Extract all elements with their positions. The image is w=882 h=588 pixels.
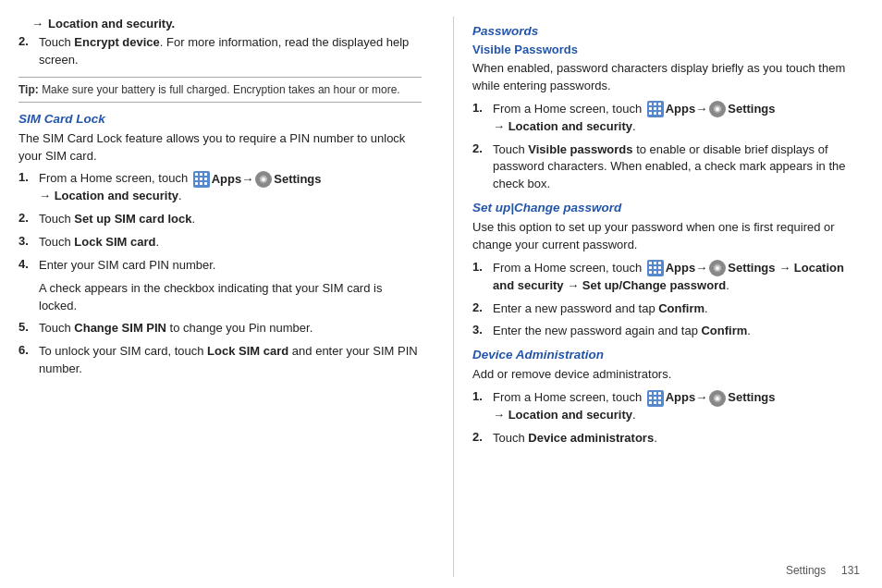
- sim-step-2: 2. Touch Set up SIM card lock.: [18, 211, 422, 228]
- encrypt-step: 2. Touch Encrypt device. For more inform…: [18, 34, 422, 69]
- device-admin-steps-list: 1. From a Home screen, touch Apps →: [472, 389, 864, 447]
- footer-page: 131: [841, 564, 860, 577]
- left-column: → Location and security. 2. Touch Encryp…: [18, 17, 444, 577]
- column-divider: [453, 17, 454, 577]
- page: → Location and security. 2. Touch Encryp…: [0, 0, 882, 588]
- device-admin-step-2: 2. Touch Device administrators.: [472, 430, 864, 447]
- apps-icon: [647, 101, 664, 117]
- device-admin-title: Device Administration: [472, 348, 864, 361]
- sim-step-3: 3. Touch Lock SIM card.: [18, 234, 422, 251]
- apps-icon-group: Apps → Settings: [191, 171, 322, 189]
- sim-steps-list: 1. From a Home screen, touch Apps →: [18, 170, 422, 378]
- right-column: Passwords Visible Passwords When enabled…: [463, 17, 864, 577]
- apps-icon-group: Apps → Settings: [645, 101, 776, 118]
- sim-card-lock-title: SIM Card Lock: [18, 112, 422, 126]
- settings-icon: [709, 390, 726, 407]
- step-text: Enter a new password and tap Confirm.: [493, 300, 708, 318]
- apps-icon-group: Apps → Settings: [645, 389, 776, 407]
- device-admin-step-1: 1. From a Home screen, touch Apps →: [472, 389, 864, 424]
- settings-icon: [709, 260, 726, 276]
- settings-icon: [709, 101, 726, 117]
- step-text: From a Home screen, touch Apps →: [493, 101, 776, 136]
- visible-step-1: 1. From a Home screen, touch Apps →: [472, 101, 864, 136]
- visible-step-2: 2. Touch Visible passwords to enable or …: [472, 141, 864, 194]
- step-text: Enter the new password again and tap Con…: [493, 323, 751, 340]
- tip-box: Tip: Make sure your battery is full char…: [18, 77, 422, 103]
- step-num: 2.: [18, 211, 39, 225]
- setup-steps-list: 1. From a Home screen, touch Apps →: [472, 260, 864, 341]
- setup-step-3: 3. Enter the new password again and tap …: [472, 323, 864, 340]
- step-num: 1.: [472, 389, 493, 403]
- step-text: Touch Set up SIM card lock.: [39, 211, 195, 228]
- step-text: From a Home screen, touch Apps →: [493, 389, 776, 424]
- step-num: 4.: [18, 257, 39, 271]
- gear-svg: [258, 174, 269, 185]
- setup-step-2: 2. Enter a new password and tap Confirm.: [472, 300, 864, 318]
- step-text: Touch Lock SIM card.: [39, 234, 159, 251]
- apps-label: Apps: [212, 171, 242, 189]
- passwords-title: Passwords: [472, 24, 864, 38]
- step-num: 5.: [18, 320, 39, 334]
- arrow-location-security: → Location and security.: [18, 17, 422, 31]
- tip-label: Tip:: [18, 83, 39, 96]
- sim-note: A check appears in the checkbox indicati…: [18, 280, 422, 315]
- setup-password-title: Set up|Change password: [472, 201, 864, 214]
- sim-step-6: 6. To unlock your SIM card, touch Lock S…: [18, 343, 422, 378]
- location-security-text: Location and security.: [48, 17, 175, 31]
- step-text: Enter your SIM card PIN number.: [39, 257, 215, 275]
- step-num: 1.: [472, 260, 493, 274]
- visible-passwords-subtitle: Visible Passwords: [472, 43, 864, 56]
- step-num: 2.: [18, 34, 39, 48]
- footer-label: Settings: [786, 564, 826, 577]
- step-num: 6.: [18, 343, 39, 357]
- step-num: 2.: [472, 300, 493, 314]
- sim-step-4: 4. Enter your SIM card PIN number.: [18, 257, 422, 275]
- visible-body: When enabled, password characters displa…: [472, 60, 864, 95]
- step-num: 2.: [472, 430, 493, 444]
- step-text: From a Home screen, touch Apps →: [493, 260, 864, 295]
- tip-text: Make sure your battery is full charged. …: [42, 83, 400, 96]
- step-text: Touch Encrypt device. For more informati…: [39, 34, 422, 69]
- sim-step-5: 5. Touch Change SIM PIN to change you Pi…: [18, 320, 422, 337]
- step-text: Touch Change SIM PIN to change you Pin n…: [39, 320, 312, 337]
- step-num: 1.: [18, 170, 39, 184]
- step-num: 3.: [472, 323, 493, 337]
- sim-card-lock-body: The SIM Card Lock feature allows you to …: [18, 130, 422, 165]
- setup-body: Use this option to set up your password …: [472, 219, 864, 254]
- step-text: A check appears in the checkbox indicati…: [39, 280, 422, 315]
- step-num: 1.: [472, 101, 493, 115]
- settings-label: Settings: [274, 171, 321, 189]
- apps-icon: [647, 260, 664, 276]
- step-text: Touch Visible passwords to enable or dis…: [493, 141, 864, 194]
- visible-steps-list: 1. From a Home screen, touch Apps →: [472, 101, 864, 193]
- step-num: 2.: [472, 141, 493, 155]
- step-text: Touch Device administrators.: [493, 430, 657, 447]
- apps-icon: [647, 390, 664, 407]
- footer: Settings 131: [786, 564, 860, 577]
- step-num: 3.: [18, 234, 39, 248]
- setup-step-1: 1. From a Home screen, touch Apps →: [472, 260, 864, 295]
- settings-icon: [255, 171, 272, 188]
- step-text: To unlock your SIM card, touch Lock SIM …: [39, 343, 422, 378]
- apps-icon-group: Apps → Settings: [645, 260, 776, 277]
- step-text: From a Home screen, touch Apps →: [39, 170, 322, 205]
- device-admin-body: Add or remove device administrators.: [472, 366, 864, 384]
- sim-step-1: 1. From a Home screen, touch Apps →: [18, 170, 422, 205]
- apps-icon: [193, 171, 210, 188]
- arrow-icon: →: [31, 17, 43, 31]
